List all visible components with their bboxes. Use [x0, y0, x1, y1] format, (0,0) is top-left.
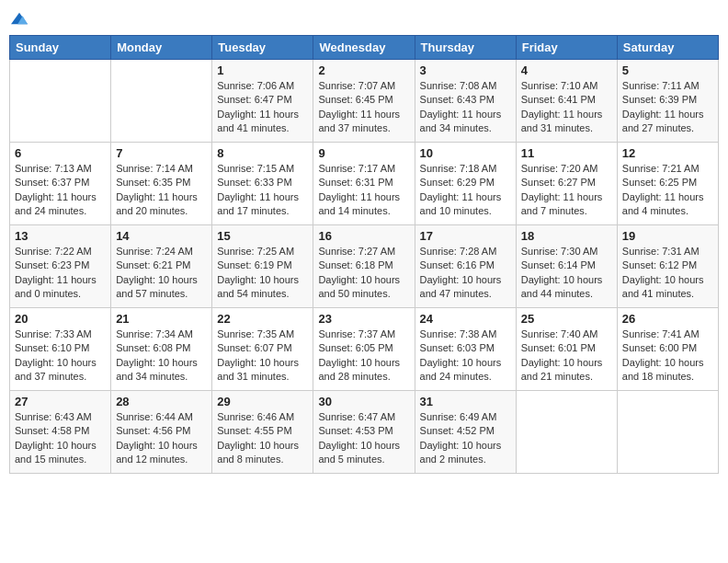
day-number: 27 [15, 395, 106, 408]
day-number: 19 [622, 229, 713, 243]
calendar-row: 6Sunrise: 7:13 AM Sunset: 6:37 PM Daylig… [10, 142, 719, 224]
day-number: 7 [116, 146, 207, 160]
calendar-cell: 27Sunrise: 6:43 AM Sunset: 4:58 PM Dayli… [10, 390, 111, 473]
calendar-header: SundayMondayTuesdayWednesdayThursdayFrid… [10, 35, 719, 59]
calendar-cell: 7Sunrise: 7:14 AM Sunset: 6:35 PM Daylig… [111, 142, 212, 224]
calendar-cell: 6Sunrise: 7:13 AM Sunset: 6:37 PM Daylig… [10, 142, 111, 224]
weekday-header: Thursday [415, 35, 516, 59]
calendar-cell: 9Sunrise: 7:17 AM Sunset: 6:31 PM Daylig… [313, 142, 415, 224]
page-header [9, 9, 719, 28]
calendar-cell: 5Sunrise: 7:11 AM Sunset: 6:39 PM Daylig… [617, 59, 718, 142]
calendar-row: 1Sunrise: 7:06 AM Sunset: 6:47 PM Daylig… [10, 59, 719, 142]
weekday-header: Saturday [617, 35, 718, 59]
day-info: Sunrise: 7:06 AM Sunset: 6:47 PM Dayligh… [217, 79, 308, 136]
day-number: 2 [318, 63, 409, 77]
calendar-cell [10, 59, 111, 142]
calendar-row: 20Sunrise: 7:33 AM Sunset: 6:10 PM Dayli… [10, 307, 719, 390]
day-number: 13 [15, 229, 106, 243]
weekday-header: Friday [516, 35, 617, 59]
calendar-cell: 13Sunrise: 7:22 AM Sunset: 6:23 PM Dayli… [10, 224, 111, 307]
calendar-cell: 28Sunrise: 6:44 AM Sunset: 4:56 PM Dayli… [111, 390, 212, 473]
day-number: 15 [217, 229, 308, 243]
day-number: 23 [318, 312, 409, 326]
day-info: Sunrise: 7:34 AM Sunset: 6:08 PM Dayligh… [116, 327, 207, 385]
calendar-cell: 11Sunrise: 7:20 AM Sunset: 6:27 PM Dayli… [516, 142, 617, 224]
day-number: 11 [521, 146, 612, 160]
day-number: 30 [318, 395, 409, 408]
header-row: SundayMondayTuesdayWednesdayThursdayFrid… [10, 35, 719, 59]
day-number: 28 [116, 395, 207, 408]
calendar-cell: 12Sunrise: 7:21 AM Sunset: 6:25 PM Dayli… [617, 142, 718, 224]
day-number: 26 [622, 312, 713, 326]
day-number: 1 [217, 63, 308, 77]
day-number: 31 [420, 395, 511, 408]
day-info: Sunrise: 6:43 AM Sunset: 4:58 PM Dayligh… [15, 410, 106, 467]
day-info: Sunrise: 7:13 AM Sunset: 6:37 PM Dayligh… [15, 162, 106, 219]
day-number: 20 [15, 312, 106, 326]
day-number: 8 [217, 146, 308, 160]
day-info: Sunrise: 7:40 AM Sunset: 6:01 PM Dayligh… [521, 327, 612, 385]
day-number: 10 [420, 146, 511, 160]
day-info: Sunrise: 7:08 AM Sunset: 6:43 PM Dayligh… [420, 79, 511, 136]
day-info: Sunrise: 7:10 AM Sunset: 6:41 PM Dayligh… [521, 79, 612, 136]
day-info: Sunrise: 6:47 AM Sunset: 4:53 PM Dayligh… [318, 410, 409, 467]
day-info: Sunrise: 7:37 AM Sunset: 6:05 PM Dayligh… [318, 327, 409, 385]
calendar-cell: 18Sunrise: 7:30 AM Sunset: 6:14 PM Dayli… [516, 224, 617, 307]
calendar-cell: 17Sunrise: 7:28 AM Sunset: 6:16 PM Dayli… [415, 224, 516, 307]
calendar-cell: 14Sunrise: 7:24 AM Sunset: 6:21 PM Dayli… [111, 224, 212, 307]
day-info: Sunrise: 7:21 AM Sunset: 6:25 PM Dayligh… [622, 162, 713, 219]
day-number: 12 [622, 146, 713, 160]
day-number: 25 [521, 312, 612, 326]
calendar-body: 1Sunrise: 7:06 AM Sunset: 6:47 PM Daylig… [10, 59, 719, 473]
weekday-header: Sunday [10, 35, 111, 59]
day-number: 29 [217, 395, 308, 408]
calendar-cell: 20Sunrise: 7:33 AM Sunset: 6:10 PM Dayli… [10, 307, 111, 390]
day-number: 14 [116, 229, 207, 243]
calendar-cell: 4Sunrise: 7:10 AM Sunset: 6:41 PM Daylig… [516, 59, 617, 142]
day-info: Sunrise: 7:24 AM Sunset: 6:21 PM Dayligh… [116, 245, 207, 302]
calendar-cell: 2Sunrise: 7:07 AM Sunset: 6:45 PM Daylig… [313, 59, 415, 142]
calendar-row: 27Sunrise: 6:43 AM Sunset: 4:58 PM Dayli… [10, 390, 719, 473]
day-number: 18 [521, 229, 612, 243]
day-info: Sunrise: 7:28 AM Sunset: 6:16 PM Dayligh… [420, 245, 511, 302]
weekday-header: Tuesday [212, 35, 313, 59]
day-info: Sunrise: 7:25 AM Sunset: 6:19 PM Dayligh… [217, 245, 308, 302]
calendar-cell: 24Sunrise: 7:38 AM Sunset: 6:03 PM Dayli… [415, 307, 516, 390]
calendar-cell: 16Sunrise: 7:27 AM Sunset: 6:18 PM Dayli… [313, 224, 415, 307]
day-number: 22 [217, 312, 308, 326]
day-number: 16 [318, 229, 409, 243]
day-info: Sunrise: 7:27 AM Sunset: 6:18 PM Dayligh… [318, 245, 409, 302]
day-info: Sunrise: 6:44 AM Sunset: 4:56 PM Dayligh… [116, 410, 207, 467]
day-number: 6 [15, 146, 106, 160]
day-info: Sunrise: 7:18 AM Sunset: 6:29 PM Dayligh… [420, 162, 511, 219]
day-info: Sunrise: 6:49 AM Sunset: 4:52 PM Dayligh… [420, 410, 511, 467]
day-info: Sunrise: 7:14 AM Sunset: 6:35 PM Dayligh… [116, 162, 207, 219]
calendar-cell: 8Sunrise: 7:15 AM Sunset: 6:33 PM Daylig… [212, 142, 313, 224]
calendar-cell: 22Sunrise: 7:35 AM Sunset: 6:07 PM Dayli… [212, 307, 313, 390]
day-number: 9 [318, 146, 409, 160]
calendar-cell: 1Sunrise: 7:06 AM Sunset: 6:47 PM Daylig… [212, 59, 313, 142]
day-info: Sunrise: 6:46 AM Sunset: 4:55 PM Dayligh… [217, 410, 308, 467]
calendar-cell: 3Sunrise: 7:08 AM Sunset: 6:43 PM Daylig… [415, 59, 516, 142]
calendar-cell: 23Sunrise: 7:37 AM Sunset: 6:05 PM Dayli… [313, 307, 415, 390]
day-number: 17 [420, 229, 511, 243]
day-info: Sunrise: 7:17 AM Sunset: 6:31 PM Dayligh… [318, 162, 409, 219]
day-number: 3 [420, 63, 511, 77]
weekday-header: Monday [111, 35, 212, 59]
calendar-cell: 21Sunrise: 7:34 AM Sunset: 6:08 PM Dayli… [111, 307, 212, 390]
day-info: Sunrise: 7:15 AM Sunset: 6:33 PM Dayligh… [217, 162, 308, 219]
day-number: 21 [116, 312, 207, 326]
day-info: Sunrise: 7:41 AM Sunset: 6:00 PM Dayligh… [622, 327, 713, 385]
day-info: Sunrise: 7:31 AM Sunset: 6:12 PM Dayligh… [622, 245, 713, 302]
calendar-cell: 29Sunrise: 6:46 AM Sunset: 4:55 PM Dayli… [212, 390, 313, 473]
day-number: 24 [420, 312, 511, 326]
day-number: 5 [622, 63, 713, 77]
logo-icon [11, 12, 28, 25]
day-info: Sunrise: 7:30 AM Sunset: 6:14 PM Dayligh… [521, 245, 612, 302]
day-number: 4 [521, 63, 612, 77]
day-info: Sunrise: 7:07 AM Sunset: 6:45 PM Dayligh… [318, 79, 409, 136]
calendar-cell [617, 390, 718, 473]
day-info: Sunrise: 7:33 AM Sunset: 6:10 PM Dayligh… [15, 327, 106, 385]
logo [9, 9, 28, 28]
calendar-cell: 10Sunrise: 7:18 AM Sunset: 6:29 PM Dayli… [415, 142, 516, 224]
